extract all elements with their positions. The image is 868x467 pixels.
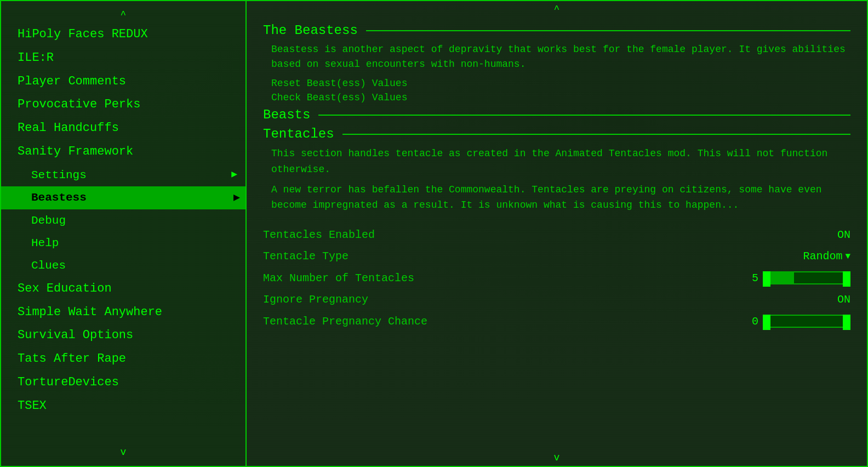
sidebar-item-debug[interactable]: Debug [1, 209, 245, 232]
ignore-pregnancy-label: Ignore Pregnancy [263, 293, 368, 306]
ignore-pregnancy-row: Ignore Pregnancy ON [263, 289, 850, 310]
sidebar-item-torture-devices[interactable]: TortureDevices [1, 371, 245, 395]
pregnancy-chance-label: Tentacle Pregnancy Chance [263, 315, 427, 328]
scroll-down-button[interactable]: v [1, 444, 245, 460]
pregnancy-chance-thumb-left [763, 315, 770, 330]
right-scroll-down[interactable]: v [247, 449, 867, 466]
max-tentacles-thumb-right [843, 271, 850, 287]
max-tentacles-row: Max Number of Tentacles 5 [263, 267, 850, 289]
tentacles-desc2: A new terror has befallen the Commonweal… [263, 182, 850, 214]
pregnancy-chance-slider[interactable] [763, 315, 850, 328]
tentacles-enabled-value[interactable]: ON [837, 229, 850, 241]
tentacles-section-header: Tentacles [263, 127, 850, 141]
sidebar-item-provocative-perks[interactable]: Provocative Perks [1, 93, 245, 117]
sidebar-item-settings[interactable]: Settings [1, 164, 245, 186]
beastess-description: Beastess is another aspect of depravity … [263, 42, 850, 72]
beasts-title: Beasts [263, 107, 310, 122]
beastess-divider [366, 30, 850, 31]
left-panel: ^ HiPoly Faces REDUXILE:RPlayer Comments… [0, 0, 247, 467]
tentacle-type-dropdown[interactable]: Random ▼ [803, 250, 850, 263]
sidebar-item-sanity-framework[interactable]: Sanity Framework [1, 140, 245, 164]
sidebar-item-help[interactable]: Help [1, 232, 245, 254]
scroll-up-button[interactable]: ^ [1, 7, 245, 23]
reset-beastess-button[interactable]: Reset Beast(ess) Values [263, 76, 850, 90]
sidebar-item-sex-education[interactable]: Sex Education [1, 277, 245, 301]
tentacles-title: Tentacles [263, 127, 334, 141]
tentacle-type-label: Tentacle Type [263, 250, 349, 263]
check-beastess-button[interactable]: Check Beast(ess) Values [263, 90, 850, 105]
tentacles-enabled-label: Tentacles Enabled [263, 229, 375, 241]
beastess-title: The Beastess [263, 23, 358, 38]
sidebar-item-real-handcuffs[interactable]: Real Handcuffs [1, 117, 245, 140]
dropdown-arrow-icon: ▼ [845, 252, 850, 261]
beasts-section-header: Beasts [263, 107, 850, 122]
max-tentacles-value: 5 [747, 272, 758, 284]
tentacle-type-value: Random [803, 250, 842, 263]
sidebar-item-survival-options[interactable]: Survival Options [1, 324, 245, 348]
tentacles-enabled-row: Tentacles Enabled ON [263, 224, 850, 246]
main-container: ^ HiPoly Faces REDUXILE:RPlayer Comments… [0, 0, 868, 467]
sidebar-item-tats-after-rape[interactable]: Tats After Rape [1, 348, 245, 371]
beastess-section-header: The Beastess [263, 23, 850, 38]
right-panel: ^ The Beastess Beastess is another aspec… [247, 0, 868, 467]
sidebar-item-simple-wait[interactable]: Simple Wait Anywhere [1, 301, 245, 324]
tentacles-divider [342, 134, 850, 135]
beasts-divider [318, 115, 850, 116]
max-tentacles-slider[interactable] [763, 271, 850, 284]
right-scroll-up[interactable]: ^ [247, 1, 867, 18]
ignore-pregnancy-value[interactable]: ON [837, 293, 850, 306]
tentacle-type-row: Tentacle Type Random ▼ [263, 246, 850, 267]
sidebar-item-tsex[interactable]: TSEX [1, 395, 245, 418]
sidebar-item-clues[interactable]: Clues [1, 254, 245, 277]
pregnancy-chance-value: 0 [747, 315, 758, 328]
max-tentacles-label: Max Number of Tentacles [263, 272, 414, 284]
tentacles-desc1: This section handles tentacle as created… [263, 146, 850, 178]
sidebar-item-player-comments[interactable]: Player Comments [1, 70, 245, 94]
pregnancy-chance-slider-control: 0 [747, 315, 850, 328]
max-tentacles-thumb-left [763, 271, 770, 287]
pregnancy-chance-thumb-right [843, 315, 850, 330]
sidebar-item-iler[interactable]: ILE:R [1, 47, 245, 70]
right-content: The Beastess Beastess is another aspect … [247, 18, 867, 449]
max-tentacles-slider-control: 5 [747, 271, 850, 284]
pregnancy-chance-row: Tentacle Pregnancy Chance 0 [263, 310, 850, 332]
sidebar-item-hipoly[interactable]: HiPoly Faces REDUX [1, 23, 245, 47]
sidebar-item-beastess[interactable]: Beastess [1, 186, 245, 209]
